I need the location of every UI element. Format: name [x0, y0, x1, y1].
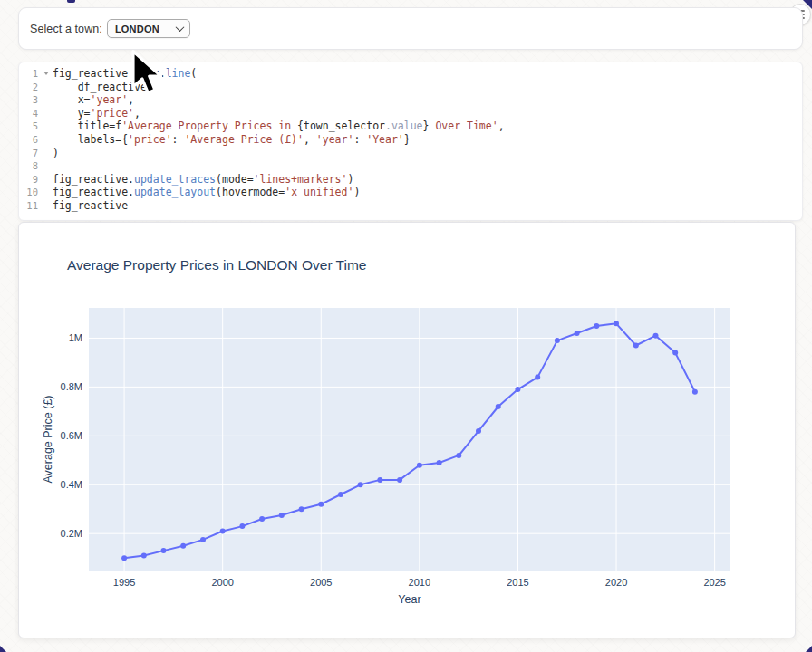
y-axis-tick: 0.8M — [19, 381, 82, 392]
town-select-label: Select a town: — [30, 23, 102, 35]
data-point[interactable] — [575, 331, 580, 336]
data-point[interactable] — [279, 513, 285, 518]
code-editor[interactable]: 1fig_reactive = px.line(2 df_reactive,3 … — [19, 62, 802, 213]
data-point[interactable] — [318, 502, 324, 507]
y-axis-tick: 0.2M — [19, 528, 82, 539]
data-point[interactable] — [476, 428, 481, 434]
data-point[interactable] — [437, 460, 442, 465]
price-line-series[interactable] — [124, 323, 695, 558]
x-axis-label: Year — [398, 593, 420, 606]
data-point[interactable] — [555, 338, 560, 343]
data-point[interactable] — [614, 321, 619, 326]
code-line[interactable]: 3 x='year', — [19, 93, 802, 107]
line-chart-plot[interactable] — [89, 308, 730, 571]
code-cell[interactable]: 1fig_reactive = px.line(2 df_reactive,3 … — [18, 62, 803, 221]
code-line[interactable]: 9fig_reactive.update_traces(mode='lines+… — [19, 173, 802, 187]
accent-top-dash — [67, 0, 75, 3]
data-point[interactable] — [220, 529, 226, 534]
line-number: 11 — [19, 199, 44, 213]
chart-output-cell: Average Property Prices in LONDON Over T… — [18, 222, 796, 638]
line-number: 6 — [19, 133, 44, 147]
code-line[interactable]: 8 — [19, 159, 802, 173]
code-line[interactable]: 6 labels={'price': 'Average Price (£)', … — [19, 133, 802, 147]
chevron-down-icon — [175, 23, 184, 32]
line-number: 1 — [19, 67, 44, 81]
line-number: 8 — [19, 159, 44, 173]
code-text: x='year', — [44, 93, 134, 107]
x-axis-tick: 2020 — [594, 577, 639, 588]
x-axis-tick: 2005 — [298, 577, 343, 588]
code-line[interactable]: 2 df_reactive, — [19, 81, 802, 94]
data-point[interactable] — [200, 537, 206, 542]
data-point[interactable] — [594, 323, 599, 329]
line-number: 4 — [19, 107, 44, 120]
data-point[interactable] — [515, 387, 520, 392]
data-point[interactable] — [299, 506, 304, 512]
code-text: fig_reactive — [44, 199, 128, 213]
data-point[interactable] — [377, 477, 382, 483]
data-point[interactable] — [161, 548, 167, 553]
code-text: labels={'price': 'Average Price (£)', 'y… — [44, 133, 411, 147]
line-number: 7 — [19, 147, 44, 160]
control-row: Select a town: LONDON — [19, 8, 802, 49]
code-line[interactable]: 4 y='price', — [19, 107, 802, 120]
data-point[interactable] — [180, 543, 186, 549]
data-point[interactable] — [121, 555, 127, 561]
x-axis-tick: 2010 — [397, 577, 442, 588]
code-line[interactable]: 11fig_reactive — [19, 199, 802, 213]
accent-corner-top-left — [0, 0, 14, 14]
y-axis-tick: 0.6M — [19, 430, 82, 441]
accent-corner-bottom-left — [0, 646, 6, 652]
code-line[interactable]: 10fig_reactive.update_layout(hovermode='… — [19, 186, 802, 199]
line-number: 3 — [19, 93, 44, 107]
data-point[interactable] — [141, 553, 147, 559]
x-axis-tick: 2025 — [692, 577, 738, 588]
x-axis-tick: 2015 — [495, 577, 540, 588]
fold-chevron-icon[interactable] — [44, 72, 49, 75]
data-point[interactable] — [496, 404, 501, 409]
town-selector-cell: Select a town: LONDON — [18, 7, 803, 50]
code-text: df_reactive, — [44, 81, 153, 94]
data-point[interactable] — [692, 389, 698, 395]
code-text: fig_reactive.update_layout(hovermode='x … — [44, 186, 360, 199]
code-line[interactable]: 1fig_reactive = px.line( — [19, 67, 802, 81]
data-point[interactable] — [633, 343, 639, 349]
line-number: 5 — [19, 120, 44, 133]
x-axis-tick: 1995 — [102, 577, 147, 588]
y-axis-tick: 1M — [19, 332, 82, 343]
notebook-page: Select a town: LONDON 1fig_reactive = px… — [0, 0, 812, 652]
town-dropdown-value: LONDON — [115, 24, 160, 34]
data-point[interactable] — [456, 453, 461, 458]
data-point[interactable] — [338, 492, 343, 497]
line-number: 2 — [19, 81, 44, 94]
code-text: y='price', — [44, 107, 140, 120]
data-point[interactable] — [672, 350, 678, 356]
data-point[interactable] — [417, 463, 422, 468]
town-dropdown[interactable]: LONDON — [107, 19, 190, 38]
y-axis-tick: 0.4M — [19, 479, 82, 490]
code-line[interactable]: 5 title=f'Average Property Prices in {to… — [19, 120, 802, 133]
data-point[interactable] — [653, 333, 659, 339]
x-axis-tick: 2000 — [200, 577, 246, 588]
code-text: title=f'Average Property Prices in {town… — [44, 120, 505, 133]
chart-title: Average Property Prices in LONDON Over T… — [67, 257, 367, 273]
code-text — [44, 159, 59, 173]
code-text: ) — [44, 147, 59, 160]
data-point[interactable] — [397, 477, 402, 483]
line-number: 10 — [19, 186, 44, 199]
data-point[interactable] — [239, 523, 245, 529]
code-line[interactable]: 7) — [19, 147, 802, 160]
data-point[interactable] — [358, 482, 363, 487]
data-point[interactable] — [535, 375, 540, 380]
accent-corner-bottom-right — [806, 646, 812, 652]
code-text: fig_reactive.update_traces(mode='lines+m… — [44, 173, 353, 187]
line-number: 9 — [19, 173, 44, 187]
code-text: fig_reactive = px.line( — [44, 67, 197, 81]
chart-svg[interactable] — [89, 308, 730, 571]
data-point[interactable] — [259, 516, 265, 522]
